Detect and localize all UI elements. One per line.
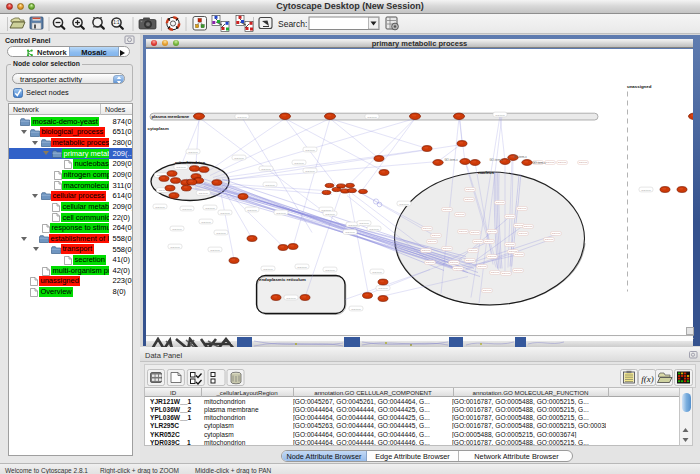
svg-text:GO-term: GO-term [220,211,229,214]
svg-text:GO-term-x: GO-term-x [489,157,503,161]
svg-text:GO-term: GO-term [443,247,452,249]
svg-text:GO-term: GO-term [474,240,483,242]
svg-text:GO-term: GO-term [496,201,505,203]
svg-text:GO-term: GO-term [456,213,465,215]
svg-text:GO-term-x: GO-term-x [444,157,458,161]
svg-text:GO-term: GO-term [216,231,225,234]
svg-text:GO-term: GO-term [466,259,475,261]
svg-text:GO-term: GO-term [483,289,492,291]
svg-text:cytoplasm: cytoplasm [148,126,169,131]
svg-text:GO-term: GO-term [286,296,295,299]
svg-text:GO-term: GO-term [515,253,524,255]
svg-text:1:1: 1:1 [113,20,120,25]
svg-text:GO-term: GO-term [188,150,197,153]
svg-text:GO-term: GO-term [515,224,524,226]
svg-text:GO-term: GO-term [172,227,181,230]
svg-text:nucleus: nucleus [478,170,495,175]
svg-text:GO-term: GO-term [443,208,452,210]
svg-text:unassigned: unassigned [627,83,652,88]
svg-text:GO-term: GO-term [509,250,518,252]
svg-text:plasma membrane: plasma membrane [152,114,190,119]
svg-text:GO-term: GO-term [237,115,246,118]
svg-text:GO-term: GO-term [369,227,378,230]
svg-text:GO-term: GO-term [170,245,179,248]
svg-text:GO-term: GO-term [261,167,270,170]
svg-text:GO-term-x: GO-term-x [513,154,527,158]
svg-text:GO-term: GO-term [297,265,306,268]
svg-text:GO-term: GO-term [372,270,381,273]
svg-text:GO-term: GO-term [348,223,357,226]
svg-text:GO-term: GO-term [263,267,272,270]
svg-text:GO-term: GO-term [495,113,504,116]
svg-text:GO-term: GO-term [524,225,533,227]
svg-text:GO-term: GO-term [305,148,314,151]
svg-text:GO-term: GO-term [199,191,208,194]
svg-text:GO-term: GO-term [155,205,164,208]
svg-text:GO-term: GO-term [450,261,459,263]
svg-text:GO-term: GO-term [469,249,478,251]
svg-text:GO-term: GO-term [426,261,435,263]
svg-text:GO-term: GO-term [432,234,441,236]
svg-text:GO-term: GO-term [205,206,214,209]
svg-text:GO-term: GO-term [428,240,437,242]
svg-text:GO-term: GO-term [465,198,474,200]
svg-text:GO-term: GO-term [546,161,555,163]
svg-text:GO-term: GO-term [478,265,487,267]
svg-text:endoplasmic reticulum: endoplasmic reticulum [259,277,306,282]
svg-text:GO-term: GO-term [514,269,523,271]
svg-text:GO-term: GO-term [176,166,185,169]
svg-text:GO-term: GO-term [305,169,314,172]
svg-text:GO-term: GO-term [378,287,387,290]
svg-text:GO-term: GO-term [351,307,360,310]
svg-text:GO-term: GO-term [491,271,500,273]
svg-text:GO-term: GO-term [471,231,480,233]
svg-text:GO-term: GO-term [182,207,191,210]
svg-text:GO-term: GO-term [325,212,334,215]
svg-text:GO-term: GO-term [276,211,285,214]
svg-text:GO-term: GO-term [325,268,334,271]
svg-text:GO-term: GO-term [558,161,567,163]
svg-text:GO-term: GO-term [423,227,432,229]
svg-text:GO-term: GO-term [234,156,243,159]
svg-text:GO-term: GO-term [359,222,368,225]
svg-text:GO-term: GO-term [466,188,475,190]
svg-text:GO-term: GO-term [367,115,376,118]
svg-text:GO-term: GO-term [459,230,468,232]
svg-text:GO-term: GO-term [579,161,588,163]
svg-text:GO-term: GO-term [488,230,497,232]
svg-text:f(x): f(x) [641,374,654,384]
svg-text:GO-term: GO-term [247,208,256,211]
svg-text:GO-term: GO-term [518,207,527,209]
svg-text:GO-term: GO-term [552,232,561,234]
svg-text:GO-term: GO-term [345,231,354,234]
svg-text:GO-term: GO-term [265,183,274,186]
svg-text:GO-term: GO-term [506,215,515,217]
svg-text:GO-term: GO-term [201,220,210,223]
svg-text:GO-term: GO-term [485,240,494,242]
svg-text:GO-term: GO-term [399,202,408,205]
svg-text:GO-term: GO-term [506,243,515,245]
svg-text:mitochondrion: mitochondrion [175,160,205,165]
svg-text:GO-term: GO-term [545,238,554,240]
svg-text:GO-term: GO-term [641,188,650,191]
svg-text:GO-term: GO-term [210,248,219,251]
svg-text:Search:: Search: [278,19,307,29]
svg-text:GO-term: GO-term [422,249,431,251]
svg-text:GO-term: GO-term [519,232,528,234]
svg-text:GO-term: GO-term [502,272,511,274]
svg-text:GO-term: GO-term [488,255,497,257]
svg-text:GO-term: GO-term [454,267,463,269]
svg-text:GO-term-x: GO-term-x [532,160,546,164]
svg-text:GO-term: GO-term [294,161,303,164]
